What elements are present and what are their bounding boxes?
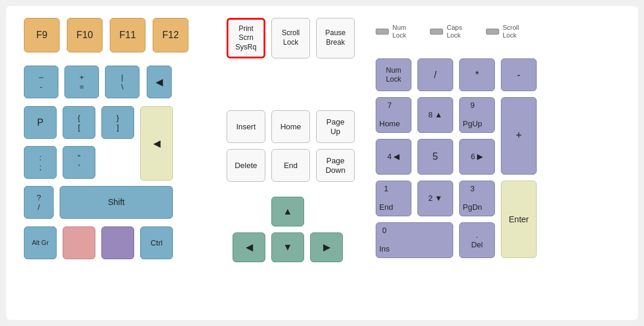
key-num-star[interactable]: * xyxy=(459,58,495,91)
key-num-enter[interactable]: Enter xyxy=(501,181,537,258)
key-num-8[interactable]: 8 ▲ xyxy=(417,97,453,133)
section-numpad: Num Lock Caps Lock Scroll Lock Num Lock … xyxy=(376,18,555,304)
key-num-6[interactable]: 6 ▶ xyxy=(459,139,495,175)
key-num-dot[interactable]: .Del xyxy=(459,222,495,258)
key-f12[interactable]: F12 xyxy=(153,18,188,52)
key-num-lock[interactable]: Num Lock xyxy=(376,58,411,91)
key-num-9[interactable]: 9PgUp xyxy=(459,97,495,133)
key-page-up[interactable]: Page Up xyxy=(316,110,355,143)
key-left[interactable]: ◀ xyxy=(233,232,265,262)
key-down[interactable]: ▼ xyxy=(271,232,304,262)
key-lbrace[interactable]: { [ xyxy=(63,106,95,139)
num-lock-indicator: Num Lock xyxy=(376,24,406,39)
scroll-lock-led xyxy=(486,29,499,35)
key-up[interactable]: ▲ xyxy=(271,197,304,226)
caps-lock-led xyxy=(430,29,443,35)
key-meta[interactable] xyxy=(63,226,95,259)
key-f9[interactable]: F9 xyxy=(24,18,60,52)
section-nav: Print Scrn SysRq Scroll Lock Pause Break… xyxy=(227,18,358,304)
key-pipe[interactable]: | \ xyxy=(105,66,140,98)
key-end[interactable]: End xyxy=(271,149,310,182)
num-lock-led xyxy=(376,29,389,35)
key-home[interactable]: Home xyxy=(271,110,310,143)
key-num-5[interactable]: 5 xyxy=(417,139,453,175)
key-scroll-lock[interactable]: Scroll Lock xyxy=(271,18,310,58)
key-insert[interactable]: Insert xyxy=(227,110,265,143)
key-colon[interactable]: : ; xyxy=(24,146,57,179)
key-plus[interactable]: + = xyxy=(64,66,99,98)
section-main: F9 F10 F11 F12 – - + = | \ ◀ P { [ } ] ◀… xyxy=(24,18,209,304)
key-pause[interactable]: Pause Break xyxy=(316,18,355,58)
key-num-1[interactable]: 1End xyxy=(376,181,411,216)
key-ctrl-right[interactable]: Ctrl xyxy=(140,226,173,259)
key-num-minus[interactable]: - xyxy=(501,58,537,91)
key-slash[interactable]: ? / xyxy=(24,186,54,219)
key-num-0[interactable]: 0Ins xyxy=(376,222,453,258)
key-page-down[interactable]: Page Down xyxy=(316,149,355,182)
keyboard-container: F9 F10 F11 F12 – - + = | \ ◀ P { [ } ] ◀… xyxy=(6,6,638,320)
key-print-screen[interactable]: Print Scrn SysRq xyxy=(227,18,265,58)
key-num-plus[interactable]: + xyxy=(501,97,537,175)
scroll-lock-indicator: Scroll Lock xyxy=(486,24,519,39)
key-enter-top[interactable]: ◀ xyxy=(140,106,173,181)
key-num-2[interactable]: 2 ▼ xyxy=(417,181,453,216)
key-num-3[interactable]: 3PgDn xyxy=(459,181,495,216)
key-minus[interactable]: – - xyxy=(24,66,58,98)
key-f10[interactable]: F10 xyxy=(67,18,103,52)
key-altgr[interactable]: Alt Gr xyxy=(24,226,57,259)
key-quote[interactable]: " ' xyxy=(63,146,95,179)
key-shift[interactable]: Shift xyxy=(60,186,173,219)
key-num-4[interactable]: 4 ◀ xyxy=(376,139,411,175)
key-num-7[interactable]: 7Home xyxy=(376,97,411,133)
key-delete[interactable]: Delete xyxy=(227,149,265,182)
caps-lock-indicator: Caps Lock xyxy=(430,24,462,39)
key-f11[interactable]: F11 xyxy=(110,18,145,52)
key-right[interactable]: ▶ xyxy=(310,232,343,262)
key-p[interactable]: P xyxy=(24,106,57,139)
key-num-slash[interactable]: / xyxy=(417,58,453,91)
key-backspace[interactable]: ◀ xyxy=(147,66,172,98)
key-rbrace[interactable]: } ] xyxy=(101,106,134,139)
key-menu[interactable] xyxy=(101,226,134,259)
